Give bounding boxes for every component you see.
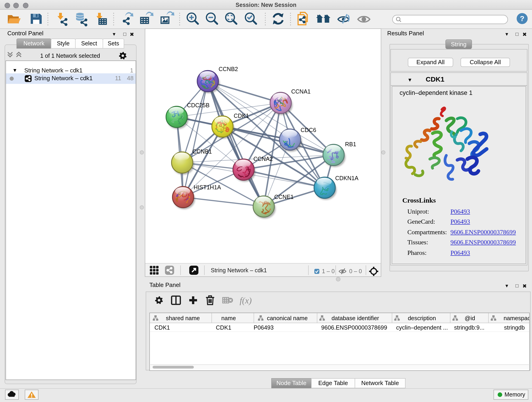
svg-text:1 of 1 Network selected: 1 of 1 Network selected — [40, 52, 100, 59]
svg-text:CDK1: CDK1 — [234, 113, 249, 119]
svg-text:1 – 0: 1 – 0 — [322, 268, 335, 274]
svg-text:RB1: RB1 — [345, 141, 356, 147]
svg-text:CDC25B: CDC25B — [187, 102, 210, 108]
svg-text:name: name — [221, 315, 236, 321]
svg-text:database identifier: database identifier — [331, 315, 379, 321]
svg-text:HIST1H1A: HIST1H1A — [194, 184, 221, 191]
svg-text:CCNA1: CCNA1 — [291, 88, 311, 95]
svg-text:CDC6: CDC6 — [301, 127, 316, 133]
svg-text:namespac: namespac — [504, 315, 529, 321]
svg-text:@id: @id — [465, 315, 475, 321]
svg-text:CCNE1: CCNE1 — [274, 194, 294, 200]
svg-text:canonical name: canonical name — [267, 315, 308, 321]
svg-text:CCNB2: CCNB2 — [219, 66, 238, 72]
svg-text:shared name: shared name — [166, 315, 200, 321]
svg-text:CCNB1: CCNB1 — [192, 148, 212, 155]
svg-text:?: ? — [520, 14, 525, 23]
svg-text:CCNA2: CCNA2 — [253, 156, 273, 162]
svg-text:CDKN1A: CDKN1A — [335, 175, 359, 181]
svg-text:0 – 0: 0 – 0 — [349, 268, 362, 274]
svg-text:f(x): f(x) — [240, 296, 252, 306]
svg-text:String Network – cdk1: String Network – cdk1 — [211, 267, 267, 274]
svg-text:description: description — [408, 315, 436, 321]
